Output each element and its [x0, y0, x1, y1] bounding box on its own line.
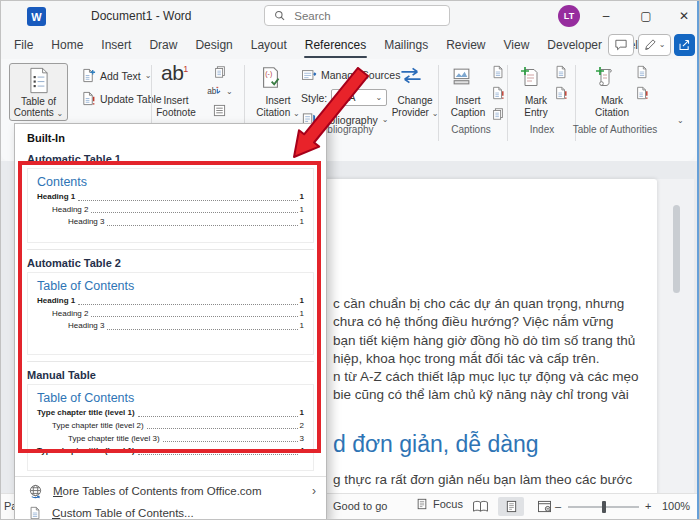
toc-entry-page: 3 — [300, 434, 304, 444]
zoom-in-button[interactable]: + — [645, 500, 651, 512]
user-avatar[interactable]: LT — [558, 5, 580, 27]
maximize-button[interactable]: ▢ — [629, 1, 663, 31]
collapse-ribbon-icon[interactable] — [677, 117, 684, 125]
toc-entry-page: 1 — [300, 309, 304, 319]
gallery-item-automatic-table-1[interactable]: Automatic Table 1 Contents Heading 1 1 H… — [25, 153, 316, 243]
share-button[interactable] — [674, 34, 695, 56]
show-notes-icon[interactable] — [213, 104, 226, 117]
toc-entry: Heading 3 1 — [37, 217, 304, 227]
focus-label: Focus — [433, 498, 463, 510]
insert-caption-icon — [451, 67, 472, 86]
update-index-icon[interactable] — [554, 86, 568, 100]
group-divider — [438, 65, 439, 141]
toc-entry-page: 1 — [300, 205, 304, 215]
zoom-slider-thumb[interactable] — [602, 501, 606, 513]
toc-preview-heading: Table of Contents — [37, 279, 304, 293]
insert-citation-button[interactable]: Insert Citation — [247, 95, 309, 119]
read-mode-button[interactable] — [467, 497, 493, 516]
mark-citation-label-2: Citation — [595, 107, 629, 119]
search-input[interactable] — [292, 9, 440, 23]
gallery-item-title: Automatic Table 1 — [27, 153, 314, 165]
manage-sources-icon — [301, 68, 317, 82]
add-text-label: Add Text — [100, 70, 141, 82]
editing-mode-button[interactable] — [638, 34, 671, 56]
next-footnote-button[interactable] — [207, 86, 233, 97]
word-logo-icon[interactable]: W — [27, 7, 46, 26]
add-text-icon — [81, 68, 96, 83]
change-provider-label-1: Change — [397, 95, 432, 107]
mark-citation-button[interactable]: Mark Citation — [583, 95, 641, 119]
search-box[interactable] — [264, 5, 450, 26]
tab-insert[interactable]: Insert — [92, 32, 140, 58]
toc-entry-label: Heading 3 — [68, 321, 104, 331]
scrollbar-thumb[interactable] — [673, 205, 680, 293]
pen-icon — [644, 39, 656, 51]
update-figures-table-icon[interactable] — [491, 86, 505, 100]
comment-icon — [614, 39, 628, 51]
gallery-separator — [27, 361, 314, 362]
insert-table-of-authorities-icon[interactable] — [635, 65, 649, 79]
mark-entry-label-1: Mark — [525, 95, 547, 107]
tab-home[interactable]: Home — [42, 32, 92, 58]
tab-design[interactable]: Design — [186, 32, 241, 58]
insert-index-icon[interactable] — [554, 65, 568, 79]
zoom-out-button[interactable]: – — [555, 500, 561, 512]
tab-mailings[interactable]: Mailings — [375, 32, 437, 58]
tab-draw[interactable]: Draw — [140, 32, 186, 58]
menu-item-custom-toc[interactable]: Custom Table of Contents... — [15, 502, 326, 520]
tab-review[interactable]: Review — [437, 32, 494, 58]
zoom-level[interactable]: 100% — [662, 500, 690, 512]
web-layout-button[interactable] — [531, 497, 557, 516]
insert-footnote-button[interactable]: Insert Footnote — [147, 95, 205, 119]
tab-references[interactable]: References — [296, 32, 375, 58]
dot-leader — [91, 316, 297, 317]
close-button[interactable]: ✕ — [667, 1, 700, 31]
style-label: Style: — [301, 92, 327, 104]
add-text-button[interactable]: Add Text — [81, 68, 151, 83]
insert-table-of-figures-icon[interactable] — [491, 65, 505, 79]
toc-entry-page: 1 — [300, 217, 304, 227]
update-authorities-table-icon[interactable] — [635, 86, 649, 100]
comments-button[interactable] — [608, 34, 634, 56]
tab-layout[interactable]: Layout — [242, 32, 296, 58]
dropdown-section-header: Built-In — [15, 124, 326, 146]
next-footnote-icon — [207, 86, 224, 97]
ribbon-tabs: File Home Insert Draw Design Layout Refe… — [5, 31, 654, 59]
document-heading: d đơn giản, dễ dàng — [333, 431, 663, 458]
custom-toc-icon — [28, 506, 42, 520]
insert-caption-button[interactable]: Insert Caption — [442, 95, 494, 119]
toc-preview: Contents Heading 1 1 Heading 2 1 Heading… — [27, 168, 314, 243]
style-combobox[interactable]: APA — [331, 89, 387, 106]
read-mode-icon — [472, 500, 489, 513]
manage-sources-button[interactable]: Manage Sources — [301, 68, 400, 82]
toc-entry: Type chapter title (level 1) 4 — [37, 446, 304, 456]
insert-citation-icon — [259, 66, 282, 89]
toc-entry-label: Type chapter title (level 3) — [68, 434, 160, 444]
gallery-item-manual-table[interactable]: Manual Table Table of Contents Type chap… — [25, 369, 316, 471]
mark-entry-button[interactable]: Mark Entry — [513, 95, 559, 119]
table-of-contents-button[interactable]: Table of Contents — [9, 63, 68, 121]
toc-entry: Heading 2 1 — [37, 205, 304, 215]
toc-entry: Heading 3 1 — [37, 321, 304, 331]
window-edge-accent — [697, 1, 699, 519]
change-provider-label-2: Provider — [392, 107, 439, 119]
web-layout-icon — [537, 500, 552, 513]
tab-developer[interactable]: Developer — [538, 32, 611, 58]
cross-reference-icon[interactable] — [491, 107, 505, 121]
toc-entry-label: Heading 1 — [37, 192, 75, 202]
style-value: APA — [336, 92, 355, 103]
menu-item-more-tables[interactable]: More Tables of Contents from Office.com — [15, 480, 326, 502]
good-to-go-status[interactable]: Good to go — [333, 500, 387, 512]
toc-preview-heading: Table of Contents — [37, 391, 304, 405]
tab-file[interactable]: File — [5, 32, 42, 58]
gallery-item-title: Manual Table — [27, 369, 314, 381]
toc-entry: Heading 1 1 — [37, 192, 304, 202]
focus-toggle[interactable]: Focus — [416, 498, 463, 510]
insert-citation-label-1: Insert — [265, 95, 290, 107]
share-icon — [678, 39, 691, 51]
insert-endnote-icon[interactable] — [213, 65, 227, 79]
print-layout-button[interactable] — [498, 497, 524, 516]
gallery-item-automatic-table-2[interactable]: Automatic Table 2 Table of Contents Head… — [25, 257, 316, 355]
tab-view[interactable]: View — [495, 32, 539, 58]
minimize-button[interactable]: – — [589, 1, 623, 31]
